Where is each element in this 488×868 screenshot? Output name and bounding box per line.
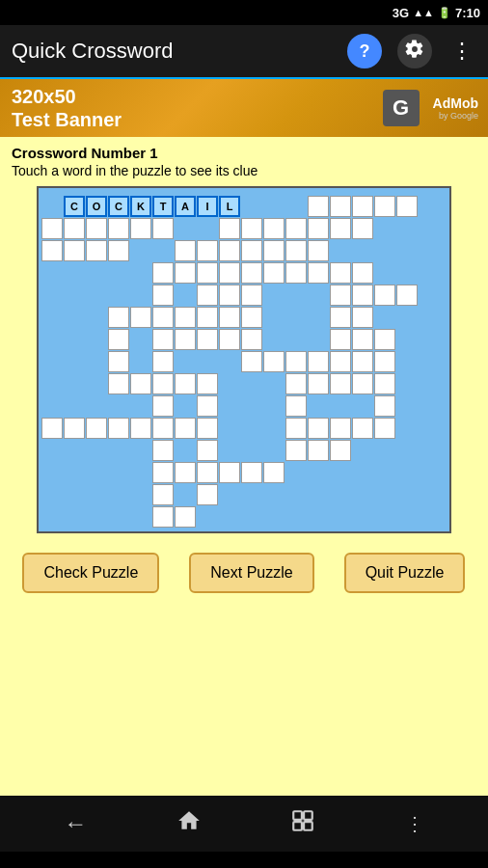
- cell-r7c12[interactable]: [308, 351, 329, 372]
- cell-r8c4[interactable]: [130, 373, 151, 394]
- cell-r1c10[interactable]: [263, 218, 285, 239]
- cell-r6c9[interactable]: [241, 329, 262, 350]
- cell-r3c8[interactable]: [219, 262, 240, 284]
- cell-r7c14[interactable]: [352, 351, 373, 372]
- cell-r5c7[interactable]: [197, 307, 218, 328]
- crossword-grid[interactable]: C O C K T A I L: [37, 186, 451, 533]
- cell-r3c6[interactable]: [175, 262, 196, 284]
- cell-r2c7[interactable]: [197, 240, 218, 261]
- cell-r0c5[interactable]: T: [152, 196, 174, 217]
- cell-r8c15[interactable]: [374, 373, 395, 394]
- cell-r7c10[interactable]: [263, 351, 285, 372]
- cell-r1c8[interactable]: [219, 218, 240, 239]
- cell-r10c2[interactable]: [86, 418, 107, 439]
- cell-r5c6[interactable]: [175, 307, 196, 328]
- cell-r8c6[interactable]: [175, 373, 196, 394]
- cell-r5c3[interactable]: [108, 307, 129, 328]
- cell-r10c14[interactable]: [352, 418, 373, 439]
- cell-r0c2[interactable]: O: [86, 196, 107, 217]
- cell-r7c11[interactable]: [285, 351, 307, 372]
- cell-r5c8[interactable]: [219, 307, 240, 328]
- cell-r1c3[interactable]: [108, 218, 129, 239]
- cell-r6c7[interactable]: [197, 329, 218, 350]
- cell-r10c0[interactable]: [41, 418, 63, 439]
- cell-r3c12[interactable]: [308, 262, 329, 284]
- cell-r3c11[interactable]: [285, 262, 307, 284]
- cell-r0c4[interactable]: K: [130, 196, 151, 217]
- next-puzzle-button[interactable]: Next Puzzle: [189, 553, 313, 593]
- cell-r8c12[interactable]: [308, 373, 329, 394]
- cell-r4c7[interactable]: [197, 285, 218, 306]
- cell-r7c13[interactable]: [330, 351, 351, 372]
- cell-r14c5[interactable]: [152, 506, 174, 528]
- cell-r10c15[interactable]: [374, 418, 395, 439]
- cell-r6c13[interactable]: [330, 329, 351, 350]
- cell-r3c13[interactable]: [330, 262, 351, 284]
- cell-r10c11[interactable]: [285, 418, 307, 439]
- cell-r4c9[interactable]: [241, 285, 262, 306]
- cell-r1c9[interactable]: [241, 218, 262, 239]
- cell-r1c13[interactable]: [330, 218, 351, 239]
- cell-r3c9[interactable]: [241, 262, 262, 284]
- cell-r6c14[interactable]: [352, 329, 373, 350]
- cell-r0c13[interactable]: [330, 196, 351, 217]
- cell-r12c6[interactable]: [175, 462, 196, 483]
- cell-r6c8[interactable]: [219, 329, 240, 350]
- cell-r8c13[interactable]: [330, 373, 351, 394]
- cell-r9c5[interactable]: [152, 395, 174, 417]
- cell-r0c14[interactable]: [352, 196, 373, 217]
- cell-r1c5[interactable]: [152, 218, 174, 239]
- cell-r4c16[interactable]: [396, 285, 418, 306]
- cell-r5c5[interactable]: [152, 307, 174, 328]
- cell-r1c2[interactable]: [86, 218, 107, 239]
- cell-r2c10[interactable]: [263, 240, 285, 261]
- cell-r0c8[interactable]: L: [219, 196, 240, 217]
- cell-r4c14[interactable]: [352, 285, 373, 306]
- cell-r2c12[interactable]: [308, 240, 329, 261]
- cell-r10c13[interactable]: [330, 418, 351, 439]
- home-button[interactable]: [176, 808, 202, 839]
- settings-button[interactable]: [397, 34, 432, 68]
- cell-r2c9[interactable]: [241, 240, 262, 261]
- cell-r7c15[interactable]: [374, 351, 395, 372]
- cell-r0c12[interactable]: [308, 196, 329, 217]
- cell-r7c3[interactable]: [108, 351, 129, 372]
- cell-r5c9[interactable]: [241, 307, 262, 328]
- cell-r14c6[interactable]: [175, 506, 196, 528]
- cell-r0c16[interactable]: [396, 196, 418, 217]
- cell-r1c4[interactable]: [130, 218, 151, 239]
- cell-r3c14[interactable]: [352, 262, 373, 284]
- cell-r10c5[interactable]: [152, 418, 174, 439]
- cell-r12c8[interactable]: [219, 462, 240, 483]
- cell-r10c6[interactable]: [175, 418, 196, 439]
- cell-r13c5[interactable]: [152, 484, 174, 505]
- cell-r3c5[interactable]: [152, 262, 174, 284]
- cell-r2c2[interactable]: [86, 240, 107, 261]
- cell-r10c4[interactable]: [130, 418, 151, 439]
- cell-r0c15[interactable]: [374, 196, 395, 217]
- quit-puzzle-button[interactable]: Quit Puzzle: [344, 553, 466, 593]
- cell-r12c9[interactable]: [241, 462, 262, 483]
- cell-r2c8[interactable]: [219, 240, 240, 261]
- cell-r11c12[interactable]: [308, 440, 329, 461]
- cell-r4c15[interactable]: [374, 285, 395, 306]
- cell-r5c4[interactable]: [130, 307, 151, 328]
- cell-r1c1[interactable]: [64, 218, 85, 239]
- cell-r4c13[interactable]: [330, 285, 351, 306]
- cell-r12c7[interactable]: [197, 462, 218, 483]
- cell-r7c5[interactable]: [152, 351, 174, 372]
- cell-r8c14[interactable]: [352, 373, 373, 394]
- cell-r5c13[interactable]: [330, 307, 351, 328]
- cell-r2c6[interactable]: [175, 240, 196, 261]
- cell-r10c7[interactable]: [197, 418, 218, 439]
- cell-r4c5[interactable]: [152, 285, 174, 306]
- cell-r10c3[interactable]: [108, 418, 129, 439]
- cell-r9c7[interactable]: [197, 395, 218, 417]
- cell-r2c0[interactable]: [41, 240, 63, 261]
- cell-r8c11[interactable]: [285, 373, 307, 394]
- cell-r13c7[interactable]: [197, 484, 218, 505]
- cell-r1c0[interactable]: [41, 218, 63, 239]
- cell-r1c11[interactable]: [285, 218, 307, 239]
- cell-r1c14[interactable]: [352, 218, 373, 239]
- cell-r2c3[interactable]: [108, 240, 129, 261]
